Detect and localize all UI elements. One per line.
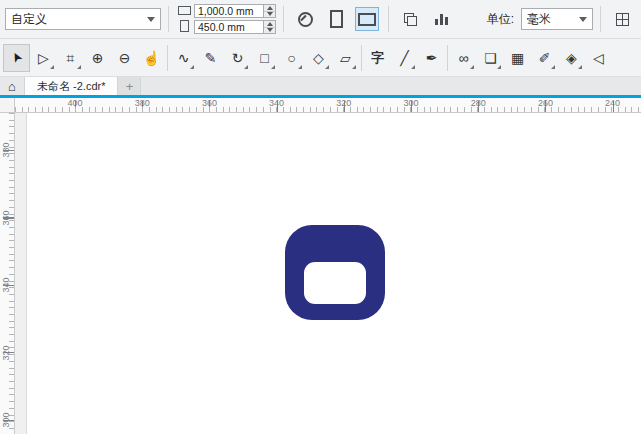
toolbox-separator	[361, 45, 362, 71]
current-page-button[interactable]	[429, 7, 453, 31]
spin-up-icon	[267, 6, 273, 10]
page-width-spinner[interactable]	[264, 4, 276, 18]
rounded-square-shape[interactable]	[285, 225, 385, 320]
all-pages-button[interactable]	[398, 7, 422, 31]
vruler-label: 380	[0, 142, 13, 158]
text-tool[interactable]: 字	[364, 44, 391, 72]
hruler-label: 320	[336, 98, 351, 108]
transparency-tool[interactable]: ▦	[504, 44, 531, 72]
connector-tool-icon: ∞	[459, 51, 469, 65]
crop-tool-icon: ⌗	[67, 51, 75, 65]
ruler-origin-button[interactable]	[0, 98, 15, 113]
home-tab-button[interactable]: ⌂	[0, 77, 25, 95]
landscape-button[interactable]	[355, 7, 379, 31]
rectangle-tool[interactable]: □	[251, 44, 278, 72]
pen-tool[interactable]: ✒	[418, 44, 445, 72]
crop-tool[interactable]: ⌗	[57, 44, 84, 72]
current-page-icon	[435, 13, 448, 25]
vruler-label: 340	[0, 277, 13, 293]
page-width-icon	[178, 6, 191, 15]
hruler-label: 260	[538, 98, 553, 108]
ellipse-tool-icon: ○	[287, 51, 295, 65]
document-tab-label: 未命名 -2.cdr*	[37, 79, 105, 94]
home-icon: ⌂	[8, 79, 16, 94]
pen-tool-icon: ✒	[426, 51, 438, 65]
line-tool-icon: ╱	[400, 51, 408, 65]
plus-icon: +	[126, 79, 134, 94]
freehand-tool-icon: ∿	[178, 51, 190, 65]
toolbox-separator	[167, 45, 168, 71]
common-shapes-tool-icon: ▱	[340, 51, 351, 65]
vertical-ruler[interactable]: 380360340320300	[0, 113, 15, 434]
page-gutter	[15, 113, 27, 434]
eyedropper-tool-icon: ✐	[539, 51, 551, 65]
tab-bar: ⌂ 未命名 -2.cdr* +	[0, 77, 641, 98]
hruler-label: 340	[269, 98, 284, 108]
hruler-label: 360	[202, 98, 217, 108]
hruler-label: 400	[67, 98, 82, 108]
connector-tool[interactable]: ∞	[450, 44, 477, 72]
property-bar: 自定义 1,000.0 mm 450.0 mm	[0, 0, 641, 39]
shape-cutout	[304, 262, 366, 304]
page-height-icon	[180, 20, 189, 32]
artistic-media-tool[interactable]: ✎	[197, 44, 224, 72]
units-label: 单位:	[487, 11, 514, 28]
landscape-icon	[358, 13, 376, 26]
ellipse-tool[interactable]: ○	[278, 44, 305, 72]
bspline-tool-icon: ↻	[232, 51, 244, 65]
document-tab[interactable]: 未命名 -2.cdr*	[25, 77, 118, 95]
fill-tool[interactable]: ◈	[558, 44, 585, 72]
spin-down-button[interactable]	[264, 27, 275, 34]
pick-tool[interactable]: ➤	[3, 44, 30, 72]
nudge-offset-icon	[616, 13, 629, 26]
hruler-label: 380	[135, 98, 150, 108]
page-height-value: 450.0 mm	[198, 21, 245, 33]
page-width-field[interactable]: 1,000.0 mm	[194, 4, 264, 18]
separator	[283, 6, 284, 32]
page-height-field[interactable]: 450.0 mm	[194, 20, 264, 34]
hruler-label: 300	[403, 98, 418, 108]
zoom-in-tool[interactable]: ⊕	[84, 44, 111, 72]
chevron-down-icon	[147, 17, 155, 22]
freehand-tool[interactable]: ∿	[170, 44, 197, 72]
spin-down-button[interactable]	[264, 11, 275, 18]
page-width-value: 1,000.0 mm	[198, 5, 253, 17]
vruler-label: 300	[0, 412, 13, 428]
shape-tool-icon: ▷	[38, 51, 49, 65]
units-value: 毫米	[527, 11, 575, 28]
vruler-label: 320	[0, 345, 13, 361]
nudge-offset-button[interactable]	[610, 7, 634, 31]
pick-tool-icon: ➤	[8, 50, 25, 66]
all-pages-icon	[404, 13, 417, 26]
eyedropper-tool[interactable]: ✐	[531, 44, 558, 72]
units-dropdown[interactable]: 毫米	[521, 8, 593, 30]
drawing-canvas[interactable]	[15, 113, 641, 434]
separator	[168, 6, 169, 32]
zoom-out-tool[interactable]: ⊖	[111, 44, 138, 72]
shape-tool[interactable]: ▷	[30, 44, 57, 72]
chevron-down-icon	[579, 17, 587, 22]
pan-tool[interactable]: ☝	[138, 44, 165, 72]
page-scale-button[interactable]	[293, 7, 317, 31]
common-shapes-tool[interactable]: ▱	[332, 44, 359, 72]
zoom-in-tool-icon: ⊕	[92, 51, 104, 65]
page-size-icons	[178, 6, 191, 32]
polygon-tool-icon: ◇	[313, 51, 324, 65]
portrait-button[interactable]	[324, 7, 348, 31]
polygon-tool[interactable]: ◇	[305, 44, 332, 72]
page-height-spinner[interactable]	[264, 20, 276, 34]
drop-shadow-tool[interactable]: ❏	[477, 44, 504, 72]
preset-value: 自定义	[11, 11, 143, 28]
preset-dropdown[interactable]: 自定义	[5, 8, 161, 30]
drop-shadow-tool-icon: ❏	[484, 51, 497, 65]
scale-icon	[298, 12, 313, 27]
outline-tool[interactable]: ◁	[585, 44, 612, 72]
new-tab-button[interactable]: +	[118, 77, 141, 95]
bspline-tool[interactable]: ↻	[224, 44, 251, 72]
coreldraw-window: 自定义 1,000.0 mm 450.0 mm	[0, 0, 641, 434]
line-tool[interactable]: ╱	[391, 44, 418, 72]
separator	[388, 6, 389, 32]
horizontal-ruler[interactable]: 400380360340320300280260240	[15, 98, 641, 113]
hruler-label: 280	[471, 98, 486, 108]
separator	[600, 6, 601, 32]
